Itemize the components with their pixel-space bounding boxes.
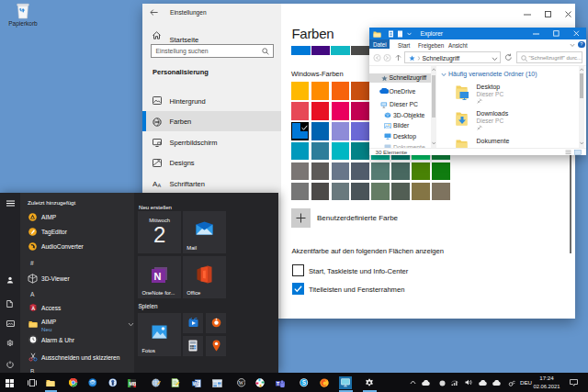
- svg-text:W: W: [193, 380, 198, 386]
- svg-text:MB: MB: [129, 380, 136, 386]
- svg-text:A: A: [158, 183, 162, 188]
- svg-text:S: S: [302, 379, 306, 386]
- svg-text:N: N: [153, 270, 161, 281]
- svg-text:A: A: [31, 306, 35, 311]
- svg-text:W: W: [238, 380, 243, 386]
- svg-text:T: T: [277, 380, 279, 386]
